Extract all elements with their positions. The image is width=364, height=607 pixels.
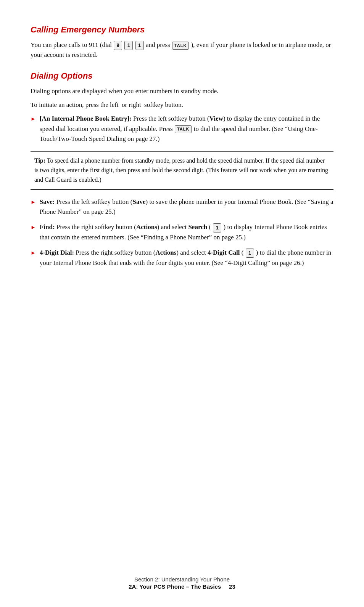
calling-emergency-section: Calling Emergency Numbers You can place …: [31, 25, 333, 60]
key-9: 9: [114, 41, 122, 50]
calling-emergency-body: You can place calls to 911 (dial 9 1 1 a…: [31, 40, 333, 60]
key-1-find: 1: [213, 223, 221, 232]
find-text1: Press the right softkey button (Actions)…: [56, 223, 211, 231]
tip-box: Tip: To speed dial a phone number from s…: [31, 151, 333, 190]
footer-section-label: Section 2: Understanding Your Phone: [0, 576, 364, 583]
key-talk: TALK: [172, 42, 189, 50]
page-container: Calling Emergency Numbers You can place …: [0, 0, 364, 304]
footer-page-number: 23: [229, 583, 235, 590]
list-item-save: ► Save: Press the left softkey button (S…: [31, 197, 333, 217]
page-footer: Section 2: Understanding Your Phone 2A: …: [0, 576, 364, 590]
tip-label: Tip:: [34, 157, 45, 164]
bullet-arrow-2: ►: [31, 198, 36, 207]
list-item-internal-phone-book: ► [An Internal Phone Book Entry]: Press …: [31, 114, 333, 144]
dialing-intro-1: Dialing options are displayed when you e…: [31, 86, 333, 96]
dialing-options-heading: Dialing Options: [31, 71, 333, 81]
key-talk-2: TALK: [175, 125, 192, 133]
bullet-arrow-3: ►: [31, 223, 36, 232]
dialing-intro-2: To initiate an action, press the left or…: [31, 100, 333, 110]
bullet-content-4digit: 4-Digit Dial: Press the right softkey bu…: [40, 248, 333, 268]
save-label: Save:: [40, 198, 55, 205]
key-1a: 1: [124, 41, 133, 50]
4digit-label: 4-Digit Dial:: [40, 249, 74, 256]
dialing-options-list-2: ► Save: Press the left softkey button (S…: [31, 197, 333, 268]
key-1b: 1: [135, 41, 144, 50]
4digit-text1: Press the right softkey button (Actions)…: [76, 249, 243, 256]
find-label: Find:: [40, 223, 55, 231]
emergency-text-before: You can place calls to 911 (dial: [31, 41, 113, 48]
tip-text: To speed dial a phone number from standb…: [34, 157, 328, 183]
bullet-content-1: [An Internal Phone Book Entry]: Press th…: [40, 114, 333, 144]
key-1-4digit: 1: [246, 249, 254, 258]
list-item-find: ► Find: Press the right softkey button (…: [31, 222, 333, 242]
bullet-content-find: Find: Press the right softkey button (Ac…: [40, 222, 333, 242]
list-item-4digit: ► 4-Digit Dial: Press the right softkey …: [31, 248, 333, 268]
save-text: Press the left softkey button (Save) to …: [40, 198, 333, 215]
calling-emergency-heading: Calling Emergency Numbers: [31, 25, 333, 35]
bullet-arrow-1: ►: [31, 115, 36, 123]
emergency-text-and-press: and press: [146, 41, 172, 48]
bullet-arrow-4: ►: [31, 249, 36, 257]
footer-chapter-text: 2A: Your PCS Phone – The Basics: [129, 583, 221, 590]
dialing-options-section: Dialing Options Dialing options are disp…: [31, 71, 333, 268]
footer-chapter-label: 2A: Your PCS Phone – The Basics 23: [0, 583, 364, 590]
internal-phone-book-label: [An Internal Phone Book Entry]:: [40, 115, 132, 122]
bullet-content-save: Save: Press the left softkey button (Sav…: [40, 197, 333, 217]
dialing-options-list: ► [An Internal Phone Book Entry]: Press …: [31, 114, 333, 144]
